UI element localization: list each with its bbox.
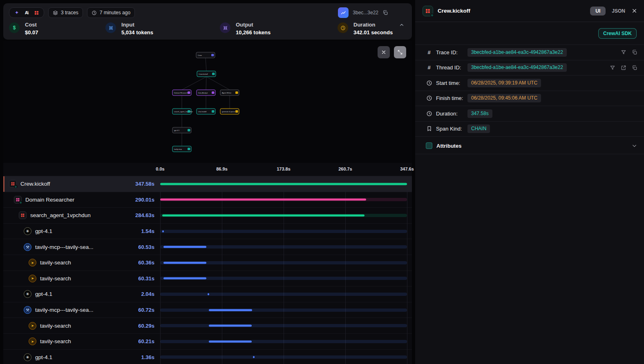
time-ago-label: 7 minutes ago <box>100 10 130 16</box>
provider-logos: ✦ A\ <box>9 7 44 18</box>
crewai-span-icon <box>423 6 433 16</box>
svg-text:Data Analyst: Data Analyst <box>198 92 208 94</box>
field-label: Finish time: <box>436 95 467 101</box>
clock-icon <box>92 10 97 16</box>
field-row: Duration:347.58s <box>415 106 644 122</box>
span-name: gpt-4.1 <box>35 291 52 297</box>
metric-output: Output10,266 tokens <box>220 22 338 36</box>
field-row: #Thread ID:3becbfed-a1be-ae84-ea3c-49428… <box>415 60 644 76</box>
span-bar-area <box>160 176 407 192</box>
span-row[interactable]: ✳gpt-4.11.54s <box>3 224 412 240</box>
trace-graph: CrewCrew.kickoffDomain ResearcherData An… <box>3 41 412 163</box>
field-row: Span Kind:CHAIN <box>415 122 644 137</box>
trace-panel: ✦ A\ 3 traces 7 minutes ago 3bec...3e22 … <box>0 0 415 364</box>
field-value: 3becbfed-a1be-ae84-ea3c-4942867a3e22 <box>467 63 567 72</box>
span-duration: 60.53s <box>126 244 160 250</box>
filter-icon[interactable] <box>610 65 615 71</box>
traces-count-label: 3 traces <box>61 10 78 16</box>
span-bar <box>208 293 209 295</box>
span-bar-track <box>160 324 407 327</box>
copy-icon[interactable] <box>632 49 637 55</box>
span-bar <box>160 183 407 185</box>
filter-icon[interactable] <box>621 49 626 55</box>
metric-value: 342.01 seconds <box>353 29 393 36</box>
tab-json[interactable]: JSON <box>612 8 625 14</box>
axis-tick: 86.9s <box>216 166 228 171</box>
attributes-section-toggle[interactable]: Attributes <box>415 138 644 154</box>
field-label: Span Kind: <box>436 126 467 132</box>
crewai-icon <box>9 180 17 188</box>
dollar-icon: $ <box>9 22 20 33</box>
span-row[interactable]: ➤tavily-search60.36s <box>3 255 412 271</box>
clock-icon <box>338 22 348 33</box>
span-name: gpt-4.1 <box>35 354 52 360</box>
span-bar-area <box>160 350 407 364</box>
span-bar-area <box>160 334 407 349</box>
span-row[interactable]: ✳gpt-4.12.04s <box>3 286 412 302</box>
span-row[interactable]: ➤tavily-search60.21s <box>3 334 412 350</box>
svg-text:gpt-4.1: gpt-4.1 <box>174 129 180 131</box>
detail-panel: Crew.kickoff UI JSON CrewAI SDK #Trace I… <box>415 0 644 364</box>
span-row[interactable]: ⚒tavily-mcp---tavily-sea...60.72s <box>3 302 412 318</box>
bookmark-icon <box>426 126 432 132</box>
timeline-axis: 0.0s86.9s173.8s260.7s347.6s <box>3 163 412 176</box>
axis-tick: 173.8s <box>277 166 291 171</box>
trend-chart-icon[interactable] <box>338 7 349 18</box>
tavily-icon: ➤ <box>29 259 36 266</box>
span-bar <box>162 214 364 216</box>
tavily-icon: ➤ <box>29 337 36 345</box>
span-row[interactable]: Domain Researcher290.01s <box>3 192 412 208</box>
attributes-label: Attributes <box>436 143 627 149</box>
graph-close-button[interactable] <box>378 46 390 58</box>
sparkle-logo-icon: ✦ <box>13 9 20 16</box>
arrows-out-icon <box>220 22 230 33</box>
arrows-in-icon <box>105 22 116 33</box>
span-bar-area <box>160 239 407 255</box>
span-bar-area <box>160 208 407 223</box>
span-row[interactable]: ✳gpt-4.11.36s <box>3 350 412 364</box>
span-name: tavily-search <box>40 275 71 282</box>
field-row: Start time:06/28/2025, 09:39:19 AM UTC <box>415 75 644 91</box>
svg-text:tavily-mcp: tavily-mcp <box>174 148 182 150</box>
svg-text:Crew.kickoff: Crew.kickoff <box>199 73 208 75</box>
span-bar <box>162 230 164 232</box>
field-label: Duration: <box>436 111 467 117</box>
external-icon[interactable] <box>621 65 626 71</box>
span-row[interactable]: search_agent_1vpchdun284.63s <box>3 208 412 224</box>
span-row[interactable]: ⚒tavily-mcp---tavily-sea...60.53s <box>3 239 412 255</box>
mcp-tool-icon: ⚒ <box>24 306 31 314</box>
span-bar <box>160 199 366 201</box>
collapse-chevron-icon[interactable] <box>399 22 405 28</box>
metric-label: Duration <box>353 22 393 28</box>
clock-icon <box>426 111 432 117</box>
tavily-icon: ➤ <box>29 275 36 282</box>
metric-input: Input5,034 tokens <box>105 22 220 36</box>
span-name: tavily-search <box>40 323 71 329</box>
tab-ui[interactable]: UI <box>590 7 606 16</box>
span-row[interactable]: ➤tavily-search60.29s <box>3 318 412 334</box>
span-duration: 347.58s <box>126 181 160 187</box>
copy-icon[interactable] <box>632 65 637 71</box>
sdk-badge: CrewAI SDK <box>598 28 637 39</box>
graph-expand-button[interactable] <box>394 46 406 58</box>
layers-icon <box>53 10 58 16</box>
span-bar-track <box>160 230 407 233</box>
span-row[interactable]: Crew.kickoff347.58s <box>3 176 412 192</box>
close-icon[interactable] <box>631 8 637 14</box>
metric-label: Input <box>121 22 153 28</box>
span-bar <box>209 325 252 327</box>
span-duration: 60.21s <box>126 338 160 344</box>
metric-label: Output <box>236 22 271 28</box>
metric-value: $0.07 <box>25 29 38 36</box>
span-bar <box>209 340 252 342</box>
span-duration: 2.04s <box>126 291 160 297</box>
field-value: 06/28/2025, 09:39:19 AM UTC <box>467 79 541 87</box>
crewai-agent-icon <box>19 211 27 219</box>
field-row: Finish time:06/28/2025, 09:45:06 AM UTC <box>415 91 644 107</box>
span-name: tavily-search <box>40 260 71 266</box>
svg-text:Crew: Crew <box>198 54 202 56</box>
span-row[interactable]: ➤tavily-search60.31s <box>3 271 412 287</box>
field-row: #Trace ID:3becbfed-a1be-ae84-ea3c-494286… <box>415 45 644 60</box>
copy-trace-id-icon[interactable] <box>382 10 388 16</box>
traces-count-badge[interactable]: 3 traces <box>48 7 83 18</box>
